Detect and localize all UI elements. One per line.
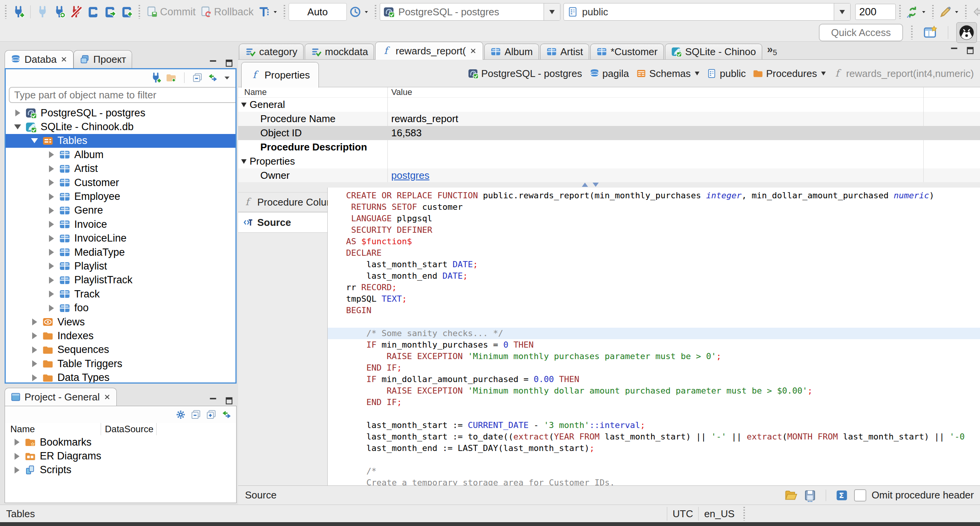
breadcrumb-public[interactable]: public — [706, 68, 746, 80]
collapse-all-icon[interactable] — [192, 72, 203, 83]
schema-combo-arrow[interactable] — [834, 3, 850, 20]
collapse-all-icon[interactable] — [190, 409, 202, 420]
expand-arrow-icon[interactable] — [46, 164, 56, 174]
expand-arrow-icon[interactable] — [13, 108, 23, 118]
editor-tab-album[interactable]: Album — [484, 44, 539, 59]
tree-item-postgresql-postgres[interactable]: PostgreSQL - postgres — [6, 106, 235, 120]
chevron-down-icon[interactable] — [695, 72, 699, 75]
new-folder-icon[interactable] — [165, 72, 177, 83]
tab-database-navigator[interactable]: Databa — [5, 50, 74, 68]
property-row-general[interactable]: General — [238, 98, 980, 112]
splitter-sash[interactable] — [238, 182, 980, 188]
property-value-link[interactable]: postgres — [391, 170, 430, 181]
transaction-log-button[interactable] — [347, 5, 371, 18]
collapse-arrow-icon[interactable] — [241, 103, 247, 107]
expand-arrow-icon[interactable] — [29, 345, 39, 355]
collapse-arrow-icon[interactable] — [13, 122, 23, 132]
tab-procedure-columns[interactable]: f Procedure Columns — [238, 193, 327, 212]
expand-arrow-icon[interactable] — [46, 150, 56, 160]
close-icon[interactable] — [103, 393, 111, 401]
link-with-editor-icon[interactable] — [207, 72, 219, 83]
editor-tab-customer[interactable]: *Customer — [590, 44, 664, 59]
property-row-properties[interactable]: Properties — [238, 154, 980, 168]
link-with-editor-icon[interactable] — [221, 409, 232, 420]
expand-arrow-icon[interactable] — [29, 373, 39, 383]
dbeaver-perspective-button[interactable] — [956, 22, 977, 43]
transaction-mode-button[interactable] — [256, 5, 280, 18]
tree-item-track[interactable]: Track — [6, 287, 235, 301]
rollback-button[interactable]: Rollback — [198, 5, 256, 18]
expand-arrow-icon[interactable] — [46, 275, 56, 285]
expand-arrow-icon[interactable] — [29, 359, 39, 369]
connection-combo[interactable]: PostgreSQL - postgres — [380, 3, 560, 21]
expand-arrow-icon[interactable] — [12, 437, 22, 447]
schema-combo[interactable]: public — [564, 3, 851, 21]
tree-item-sequences[interactable]: Sequences — [6, 343, 235, 357]
maximize-icon[interactable] — [224, 58, 234, 68]
new-connection-button[interactable] — [10, 5, 27, 18]
sql-editor-button[interactable] — [85, 5, 101, 18]
tree-item-customer[interactable]: Customer — [6, 176, 235, 189]
gear-icon[interactable] — [175, 409, 186, 420]
collapse-arrow-icon[interactable] — [241, 159, 247, 164]
status-locale[interactable]: en_US — [704, 508, 735, 520]
expand-arrow-icon[interactable] — [46, 289, 56, 299]
breadcrumb-schemas[interactable]: Schemas — [636, 68, 699, 80]
expand-all-icon[interactable] — [206, 409, 217, 420]
tree-item-invoiceline[interactable]: InvoiceLine — [6, 232, 235, 245]
property-row-object-id[interactable]: Object ID16,583 — [238, 126, 980, 140]
expand-arrow-icon[interactable] — [46, 192, 56, 202]
connection-combo-arrow[interactable] — [544, 3, 560, 20]
tab-project-general[interactable]: Project - General — [5, 388, 117, 406]
column-header-name[interactable]: Name — [5, 423, 101, 435]
tree-item-views[interactable]: Views — [6, 315, 235, 329]
hidden-tabs-chevron[interactable]: 5 — [767, 44, 777, 57]
fetch-size-input[interactable] — [855, 4, 896, 20]
breadcrumb-procedures[interactable]: Procedures — [753, 68, 826, 80]
expand-arrow-icon[interactable] — [46, 261, 56, 271]
tree-item-table-triggers[interactable]: Table Triggers — [6, 357, 235, 371]
minimize-icon[interactable] — [208, 396, 218, 406]
new-sql-editor-button[interactable] — [118, 5, 135, 18]
expand-arrow-icon[interactable] — [46, 234, 56, 243]
expand-arrow-icon[interactable] — [12, 465, 22, 475]
project-item-er-diagrams[interactable]: ER Diagrams — [5, 449, 236, 463]
tree-item-playlist[interactable]: Playlist — [6, 259, 235, 273]
tree-item-playlisttrack[interactable]: PlaylistTrack — [6, 273, 235, 287]
tree-item-tables[interactable]: Tables — [6, 134, 235, 148]
back-button[interactable] — [970, 5, 980, 18]
expand-arrow-icon[interactable] — [46, 247, 56, 257]
breadcrumb-rewards-report-int4-numeric[interactable]: frewards_report(int4,numeric) — [833, 68, 974, 80]
tree-item-foo[interactable]: foo — [6, 301, 235, 315]
sash-down-icon[interactable] — [593, 183, 599, 187]
close-tab-icon[interactable] — [469, 47, 477, 55]
view-menu-icon[interactable] — [222, 73, 232, 82]
reconnect-button[interactable] — [51, 5, 68, 18]
open-sql-console-button[interactable] — [101, 5, 118, 18]
close-icon[interactable] — [60, 56, 68, 63]
auto-sync-button[interactable] — [904, 5, 929, 18]
status-timezone[interactable]: UTC — [673, 508, 693, 520]
editor-tab-sqlite-chinoo[interactable]: SQLite - Chinoo — [665, 44, 762, 59]
tab-projects[interactable]: Проект — [74, 50, 132, 68]
expand-arrow-icon[interactable] — [12, 451, 22, 461]
collapse-arrow-icon[interactable] — [29, 136, 39, 146]
save-to-file-icon[interactable] — [803, 488, 817, 502]
property-row-procedure-description[interactable]: Procedure Description — [238, 140, 980, 154]
tree-item-employee[interactable]: Employee — [6, 189, 235, 203]
expand-arrow-icon[interactable] — [46, 219, 56, 229]
source-code[interactable]: CREATE OR REPLACE FUNCTION public.reward… — [328, 188, 980, 485]
disconnect-button[interactable] — [68, 5, 85, 18]
maximize-icon[interactable] — [224, 396, 234, 406]
commit-button[interactable]: Commit — [144, 5, 198, 18]
minimize-icon[interactable] — [949, 46, 959, 56]
column-header-datasource[interactable]: DataSource — [101, 423, 157, 435]
chevron-down-icon[interactable] — [821, 72, 826, 75]
expand-arrow-icon[interactable] — [29, 317, 39, 327]
editor-tab-artist[interactable]: Artist — [540, 44, 589, 59]
quick-access-input[interactable] — [819, 24, 903, 41]
minimize-icon[interactable] — [208, 58, 218, 68]
sash-up-icon[interactable] — [582, 183, 588, 187]
load-from-file-icon[interactable] — [784, 488, 798, 502]
breadcrumb-postgresql-postgres[interactable]: PostgreSQL - postgres — [468, 68, 582, 80]
